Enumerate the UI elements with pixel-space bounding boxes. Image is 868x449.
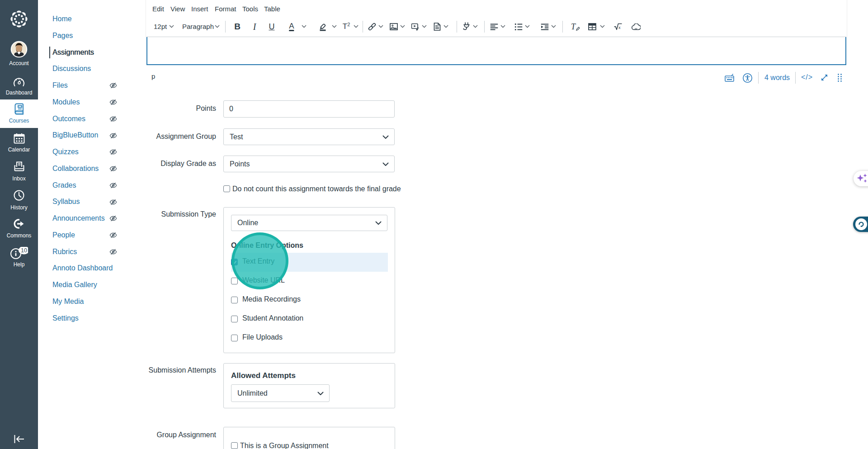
svg-text:x: x — [618, 25, 621, 30]
svg-text:10: 10 — [21, 247, 27, 254]
